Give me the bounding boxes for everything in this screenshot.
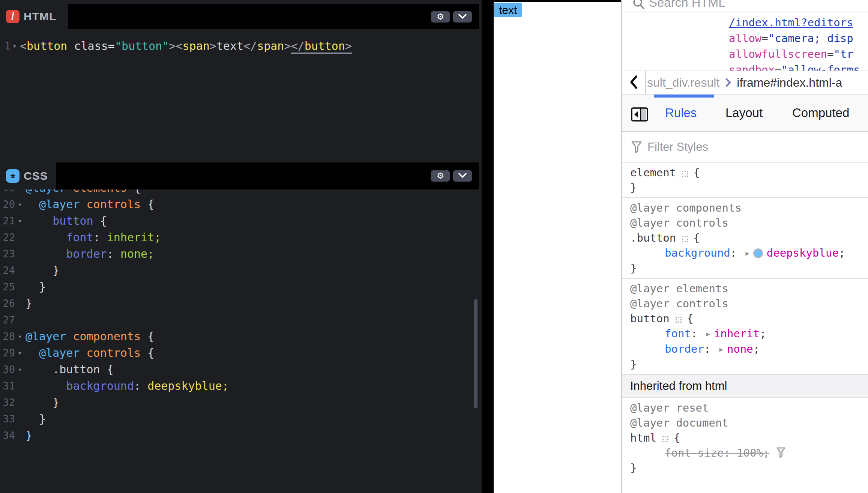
tab-layout[interactable]: Layout — [725, 106, 763, 120]
markup-line[interactable]: sandbox="allow-forms — [622, 62, 868, 71]
sidebar-toggle-button[interactable] — [631, 107, 648, 123]
code-line[interactable]: 23 border: none; — [0, 245, 482, 262]
css-declaration[interactable]: font: ▶inherit; — [622, 326, 868, 341]
html-panel-tab[interactable]: / HTML — [0, 4, 68, 29]
markup-line[interactable]: allow="camera; disp — [622, 30, 868, 46]
code-line[interactable]: 21▾ button { — [0, 212, 482, 229]
code-line[interactable]: 26} — [0, 295, 482, 311]
code-line[interactable]: 22 font: inherit; — [0, 229, 482, 245]
devtools-inspector-pane: /index.html?editorsallow="camera; dispal… — [622, 0, 868, 493]
code-line[interactable]: 20▾ @layer controls { — [0, 196, 482, 212]
color-swatch[interactable] — [753, 248, 763, 258]
funnel-icon[interactable] — [776, 447, 786, 458]
code-line[interactable]: 32 } — [0, 394, 482, 410]
markup-line[interactable]: allowfullscreen="tr — [622, 46, 868, 62]
tab-computed[interactable]: Computed — [792, 106, 849, 120]
css-panel-header: * CSS ⚙ — [0, 162, 482, 189]
code-line[interactable]: 27 — [0, 311, 482, 328]
chevron-down-icon — [458, 173, 467, 179]
css-declaration[interactable]: background: ▶deepskyblue; — [622, 245, 868, 261]
rule-close-brace: } — [622, 261, 868, 276]
fold-caret-icon[interactable]: ▾ — [15, 217, 23, 225]
breadcrumb-item-result-div[interactable]: sult_div.result — [647, 76, 719, 90]
line-number: 24 — [0, 265, 15, 276]
fold-caret-icon[interactable]: ▾ — [15, 349, 23, 357]
sidebar-tabstrip: Rules Layout Computed — [622, 95, 868, 132]
rule-close-brace: } — [622, 180, 868, 195]
css-collapse-button[interactable] — [453, 170, 472, 182]
search-icon — [632, 0, 644, 12]
css-panel-title: CSS — [24, 170, 48, 182]
css-icon: * — [6, 169, 20, 183]
expand-triangle-icon[interactable]: ▶ — [706, 330, 710, 338]
breadcrumb-item-iframe[interactable]: iframe#index.html-a — [737, 76, 842, 90]
html-panel-title: HTML — [24, 10, 56, 23]
html-icon: / — [6, 10, 20, 23]
at-layer-label: @layer controls — [622, 296, 868, 311]
line-number: 25 — [0, 281, 15, 293]
chevron-right-icon — [725, 78, 731, 87]
fold-caret-icon[interactable]: ▾ — [11, 42, 17, 50]
fold-caret-icon[interactable]: ▾ — [15, 332, 23, 340]
gear-icon: ⚙ — [437, 170, 444, 182]
rule-selector[interactable]: button{ — [622, 311, 868, 326]
code-line[interactable]: 25 } — [0, 278, 482, 295]
line-number: 1 — [0, 40, 11, 52]
code-line[interactable]: 1▾<button class="button"><span>text</spa… — [0, 38, 482, 54]
line-number: 28 — [0, 331, 15, 342]
search-html-row[interactable]: Search HTML — [622, 0, 868, 12]
sidebar-collapse-icon — [631, 117, 648, 123]
selector-highlighter-icon[interactable] — [676, 317, 682, 323]
code-line[interactable]: 30▾ .button { — [0, 361, 482, 377]
markup-view[interactable]: /index.html?editorsallow="camera; dispal… — [622, 12, 868, 71]
selector-highlighter-icon[interactable] — [682, 236, 688, 242]
rule-selector[interactable]: element{ — [622, 165, 868, 180]
line-number: 21 — [0, 215, 15, 227]
editor-preview-gutter[interactable] — [482, 0, 494, 493]
inherited-from-header: Inherited from html — [622, 375, 868, 398]
filter-styles-input[interactable]: Filter Styles — [622, 132, 868, 163]
css-code-editor[interactable]: 19▾@layer elements {20▾ @layer controls … — [0, 179, 482, 449]
html-collapse-button[interactable] — [453, 11, 472, 23]
search-html-placeholder: Search HTML — [649, 0, 725, 10]
code-line[interactable]: 24 } — [0, 262, 482, 278]
markup-line[interactable]: /index.html?editors — [622, 15, 868, 30]
fold-caret-icon[interactable]: ▾ — [15, 200, 23, 208]
line-number: 20 — [0, 198, 15, 210]
html-header-bar — [68, 4, 479, 29]
css-declaration-overridden[interactable]: font-size: 100%; — [622, 445, 868, 460]
chevron-down-icon — [458, 14, 467, 20]
rule-close-brace: } — [622, 460, 868, 475]
rule-section: element{} — [622, 163, 868, 198]
code-line[interactable]: 31 background: deepskyblue; — [0, 377, 482, 394]
preview-text-button[interactable]: text — [494, 3, 522, 17]
expand-triangle-icon[interactable]: ▶ — [719, 346, 723, 353]
tab-rules[interactable]: Rules — [665, 106, 697, 120]
rule-selector[interactable]: html{ — [622, 430, 868, 445]
selector-highlighter-icon[interactable] — [662, 436, 668, 442]
line-number: 33 — [0, 413, 15, 425]
breadcrumb-back-button[interactable] — [622, 71, 646, 94]
selector-highlighter-icon[interactable] — [682, 171, 688, 177]
line-number: 29 — [0, 347, 15, 359]
css-settings-button[interactable]: ⚙ — [431, 170, 450, 182]
css-panel-tab[interactable]: * CSS — [0, 162, 56, 189]
css-declaration[interactable]: border: ▶none; — [622, 341, 868, 357]
rule-selector[interactable]: .button{ — [622, 230, 868, 245]
code-line[interactable]: 33 } — [0, 410, 482, 427]
code-line[interactable]: 34} — [0, 427, 482, 443]
at-layer-label: @layer document — [622, 415, 868, 430]
expand-triangle-icon[interactable]: ▶ — [746, 250, 749, 257]
html-code-editor[interactable]: 1▾<button class="button"><span>text</spa… — [0, 38, 482, 158]
rule-section: @layer elements@layer controlsbutton{fon… — [622, 279, 868, 375]
css-scrollbar-thumb[interactable] — [474, 299, 478, 408]
code-line[interactable]: 28▾@layer components { — [0, 328, 482, 344]
gear-icon: ⚙ — [437, 11, 444, 23]
line-number: 31 — [0, 380, 15, 392]
html-settings-button[interactable]: ⚙ — [431, 11, 450, 23]
breadcrumb: sult_div.result iframe#index.html-a — [622, 71, 868, 95]
editor-column: / HTML ⚙ 1▾<button class="button"><span>… — [0, 0, 482, 493]
funnel-icon — [631, 141, 642, 153]
code-line[interactable]: 29▾ @layer controls { — [0, 344, 482, 361]
fold-caret-icon[interactable]: ▾ — [15, 365, 23, 373]
